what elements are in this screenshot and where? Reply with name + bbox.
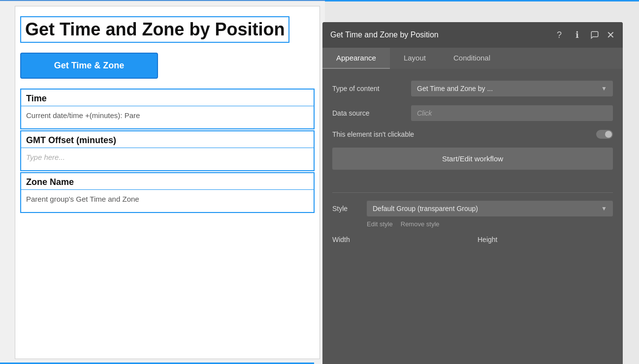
data-source-dropdown[interactable]: Click	[411, 105, 613, 121]
toggle-knob	[605, 131, 612, 138]
zone-value: Parent group's Get Time and Zone	[21, 190, 314, 212]
panel-header: Get Time and Zone by Position ? ℹ ✕	[322, 22, 623, 48]
data-source-row: Data source Click	[332, 105, 613, 121]
panel-icon-group: ? ℹ ✕	[553, 29, 615, 41]
style-links: Edit style Remove style	[332, 220, 613, 228]
time-value: Current date/time +(minutes): Pare	[21, 106, 314, 128]
height-label: Height	[478, 236, 613, 243]
workflow-button[interactable]: Start/Edit workflow	[332, 148, 613, 170]
width-item: Width	[332, 236, 468, 245]
type-of-content-row: Type of content Get Time and Zone by ...…	[332, 81, 613, 96]
tab-appearance[interactable]: Appearance	[322, 48, 390, 69]
not-clickable-row: This element isn't clickable	[332, 130, 613, 139]
type-of-content-control: Get Time and Zone by ... ▼	[411, 81, 613, 96]
zone-form-section: Zone Name Parent group's Get Time and Zo…	[20, 172, 315, 213]
zone-label: Zone Name	[21, 173, 314, 190]
comment-icon[interactable]	[589, 29, 601, 41]
gmt-form-section: GMT Offset (minutes) Type here...	[20, 130, 315, 171]
panel-title: Get Time and Zone by Position	[330, 30, 439, 39]
tab-conditional[interactable]: Conditional	[440, 48, 504, 69]
canvas-inner: Get Time and Zone by Position Get Time &…	[15, 6, 320, 359]
edit-style-link[interactable]: Edit style	[367, 220, 393, 228]
tab-layout[interactable]: Layout	[390, 48, 440, 69]
style-label: Style	[332, 205, 367, 212]
close-icon[interactable]: ✕	[607, 29, 615, 41]
gmt-placeholder: Type here...	[26, 153, 65, 161]
time-label: Time	[21, 90, 314, 106]
type-of-content-value: Get Time and Zone by ...	[417, 85, 493, 92]
style-row: Style Default Group (transparent Group) …	[332, 201, 613, 216]
help-icon[interactable]: ?	[553, 29, 565, 41]
right-panel: Get Time and Zone by Position ? ℹ ✕ Appe…	[322, 22, 623, 364]
data-source-control: Click	[411, 105, 613, 121]
height-item: Height	[478, 236, 613, 245]
canvas-area: Get Time and Zone by Position Get Time &…	[0, 0, 325, 364]
get-time-zone-button[interactable]: Get Time & Zone	[20, 53, 158, 79]
dropdown-arrow-icon: ▼	[601, 85, 607, 92]
gmt-input[interactable]: Type here...	[21, 148, 314, 170]
width-label: Width	[332, 236, 468, 243]
not-clickable-label: This element isn't clickable	[332, 130, 414, 138]
page-title: Get Time and Zone by Position	[20, 16, 289, 43]
width-height-row: Width Height	[332, 236, 613, 245]
style-dropdown-arrow-icon: ▼	[601, 205, 607, 212]
type-of-content-label: Type of content	[332, 85, 411, 92]
time-section: Time Current date/time +(minutes): Pare …	[20, 89, 315, 213]
type-of-content-dropdown[interactable]: Get Time and Zone by ... ▼	[411, 81, 613, 96]
time-form-section: Time Current date/time +(minutes): Pare	[20, 89, 315, 129]
data-source-value: Click	[417, 109, 432, 117]
divider	[332, 192, 613, 193]
data-source-label: Data source	[332, 109, 411, 117]
style-value: Default Group (transparent Group)	[373, 205, 478, 212]
info-icon[interactable]: ℹ	[571, 29, 583, 41]
remove-style-link[interactable]: Remove style	[401, 220, 440, 228]
style-dropdown[interactable]: Default Group (transparent Group) ▼	[367, 201, 613, 216]
tabs-bar: Appearance Layout Conditional	[322, 48, 623, 69]
panel-content: Type of content Get Time and Zone by ...…	[322, 69, 623, 364]
gmt-label: GMT Offset (minutes)	[21, 131, 314, 148]
not-clickable-toggle[interactable]	[596, 130, 613, 139]
